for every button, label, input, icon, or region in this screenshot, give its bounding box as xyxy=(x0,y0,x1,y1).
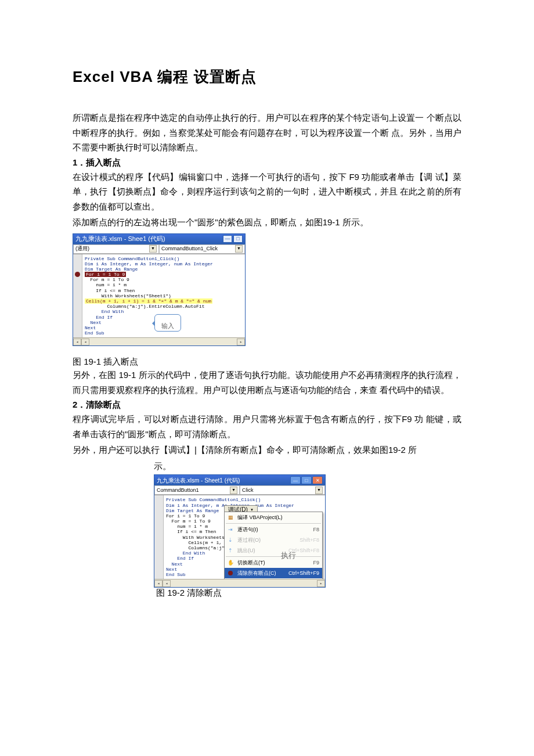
menu-separator xyxy=(226,523,321,524)
figure-19-1-caption: 图 19-1 插入断点 xyxy=(73,357,461,368)
figure-19-1: 九九乘法表.xlsm - Shee1 (代码) — □ (通用) ▼ Comma… xyxy=(73,233,461,347)
menu-item-toggle-breakpoint[interactable]: ✋ 切换断点(T) F9 xyxy=(225,557,322,568)
scroll-left-icon-2[interactable]: ◂ xyxy=(163,580,171,587)
section-1-p1: 在设计模式的程序【代码】编辑窗口中，选择一个可执行的语句，按下 F9 功能或者单… xyxy=(73,170,461,214)
menu-shortcut: Shift+F8 xyxy=(294,537,319,543)
chevron-down-icon: ▼ xyxy=(149,245,157,253)
vbe-window: 九九乘法表.xlsm - Shee1 (代码) — □ (通用) ▼ Comma… xyxy=(73,233,246,347)
section-1-heading: 1．插入断点 xyxy=(73,157,461,168)
page-title: Excel VBA 编程 设置断点 xyxy=(73,67,461,87)
menu-label: 逐过程(O) xyxy=(237,537,261,543)
section-2-p2-tail: 示。 xyxy=(154,459,461,474)
object-proc-dropdowns: CommandButton1 ▼ Click ▼ xyxy=(154,485,325,495)
menu-shortcut: F8 xyxy=(307,527,319,532)
menu-label: 编译 VBAProject(L) xyxy=(237,514,283,520)
vbe-titlebar: 九九乘法表.xlsm - Sheet1 (代码) — □ ✕ xyxy=(154,475,325,485)
menu-item-step-over: ⇣ 逐过程(O) Shift+F8 xyxy=(225,535,322,545)
procedure-dropdown[interactable]: Click ▼ xyxy=(240,485,325,495)
code-area[interactable]: Private Sub CommandButton1_Click() Dim i… xyxy=(154,495,325,579)
procedure-dropdown-label: CommandButton1_Click xyxy=(161,246,218,251)
menu-label: 跳出(U) xyxy=(237,548,255,553)
scroll-left-icon-2[interactable]: ◂ xyxy=(81,339,89,345)
vbe-window: 九九乘法表.xlsm - Sheet1 (代码) — □ ✕ CommandBu… xyxy=(154,474,326,588)
scroll-left-icon[interactable]: ◂ xyxy=(73,339,81,345)
chevron-down-icon: ▼ xyxy=(230,487,237,494)
section-2-p2: 另外，用户还可以执行【调试】|【清除所有断点】命令，即可清除断点，效果如图19-… xyxy=(73,442,461,458)
vbe-titlebar: 九九乘法表.xlsm - Shee1 (代码) — □ xyxy=(73,234,245,244)
code-line: Columns("a:j").EntireColumn.AutoFit xyxy=(85,304,243,309)
code-line: Private Sub CommandButton1_Click() xyxy=(166,497,323,502)
code-line: Dim i As Integer, m As Integer, num As I… xyxy=(85,261,243,267)
maximize-icon[interactable]: □ xyxy=(233,235,243,243)
section-1-p3: 另外，在图 19-1 所示的代码中，使用了逐语句执行功能。该功能使用户不必再猜测… xyxy=(73,368,461,397)
code-line: With Worksheets("Sheet1") xyxy=(85,293,243,298)
step-into-icon: ⇥ xyxy=(226,525,234,534)
step-out-icon: ⇡ xyxy=(226,546,234,555)
menu-item-clear-all-breakpoints[interactable]: 清除所有断点(C) Ctrl+Shift+F9 xyxy=(225,568,322,578)
maximize-icon[interactable]: □ xyxy=(301,476,312,484)
horizontal-scrollbar[interactable]: ◂ ◂ ▸ xyxy=(73,337,245,345)
menu-label: 切换断点(T) xyxy=(237,560,265,566)
chevron-down-icon: ▼ xyxy=(235,245,243,253)
object-proc-dropdowns: (通用) ▼ CommandButton1_Click ▼ xyxy=(73,244,245,254)
breakpoint-dot-icon[interactable] xyxy=(75,272,80,277)
window-title: 九九乘法表.xlsm - Sheet1 (代码) xyxy=(157,477,240,484)
section-1-p2: 添加断点的行的左边将出现一个"圆形"的紫色圆点，即断点，如图19-1 所示。 xyxy=(73,215,461,230)
close-icon[interactable]: ✕ xyxy=(312,476,323,484)
highlighted-line: Cells(m + 1, i + 1) = i & "×" & m & "=" … xyxy=(85,298,212,304)
horizontal-scrollbar[interactable]: ◂ ◂ ▸ xyxy=(154,579,325,587)
figure-19-2-caption: 图 19-2 清除断点 xyxy=(156,588,222,599)
intro-paragraph: 所谓断点是指在程序中选定的自动停止执行的行。用户可以在程序的某个特定语句上设置一… xyxy=(73,110,461,155)
object-dropdown[interactable]: CommandButton1 ▼ xyxy=(154,485,240,495)
compile-icon: ▦ xyxy=(226,513,234,521)
scroll-right-icon[interactable]: ▸ xyxy=(317,580,325,587)
scroll-right-icon[interactable]: ▸ xyxy=(237,339,245,345)
menu-label: 清除所有断点(C) xyxy=(237,570,276,576)
breakpoint-line: For i = 1 To 9 xyxy=(85,272,126,277)
procedure-dropdown-label: Click xyxy=(242,487,254,493)
menu-item-step-out: ⇡ 跳出(U) Ctrl+Shift+F8 xyxy=(225,545,322,556)
object-dropdown-label: (通用) xyxy=(75,246,89,251)
hand-icon: ✋ xyxy=(226,559,234,567)
scroll-left-icon[interactable]: ◂ xyxy=(154,580,163,587)
menu-shortcut: Ctrl+Shift+F9 xyxy=(283,570,319,576)
menu-item-compile[interactable]: ▦ 编译 VBAProject(L) xyxy=(225,512,322,523)
code-line: Dim Target As Range xyxy=(85,267,243,272)
breakpoint-icon xyxy=(226,569,234,577)
input-callout: 输入 xyxy=(154,314,181,332)
code-area[interactable]: Private Sub CommandButton1_Click() Dim i… xyxy=(73,254,245,338)
menu-label: 逐语句(I) xyxy=(237,527,258,532)
step-over-icon: ⇣ xyxy=(226,536,234,544)
figure-19-2: 九九乘法表.xlsm - Sheet1 (代码) — □ ✕ CommandBu… xyxy=(154,474,461,599)
section-2-heading: 2．清除断点 xyxy=(73,399,461,411)
minimize-icon[interactable]: — xyxy=(223,235,232,243)
minimize-icon[interactable]: — xyxy=(290,476,301,484)
code-gutter[interactable] xyxy=(73,254,82,338)
window-title: 九九乘法表.xlsm - Shee1 (代码) xyxy=(75,235,165,243)
section-2-p1: 程序调试完毕后，可以对断点进行清除。用户只需将光标置于包含有断点的行，按下F9 … xyxy=(73,412,461,441)
code-line: num = i * m xyxy=(85,282,243,287)
code-line: For m = 1 To 9 xyxy=(85,277,243,282)
menu-separator xyxy=(226,556,321,557)
code-line: If i <= m Then xyxy=(85,288,243,293)
debug-dropdown-menu: ▦ 编译 VBAProject(L) ⇥ 逐语句(I) F8 ⇣ 逐过程(O) … xyxy=(224,512,323,579)
menu-item-step-into[interactable]: ⇥ 逐语句(I) F8 xyxy=(225,524,322,535)
object-dropdown[interactable]: (通用) ▼ xyxy=(73,244,159,254)
execute-annotation: 执行 xyxy=(281,552,296,560)
code-line: Private Sub CommandButton1_Click() xyxy=(85,256,243,261)
chevron-down-icon: ▼ xyxy=(315,487,323,494)
procedure-dropdown[interactable]: CommandButton1_Click ▼ xyxy=(159,244,245,254)
code-gutter[interactable] xyxy=(154,495,164,579)
object-dropdown-label: CommandButton1 xyxy=(157,487,199,493)
menu-shortcut: F9 xyxy=(307,560,319,566)
code-line: End With xyxy=(85,309,243,314)
